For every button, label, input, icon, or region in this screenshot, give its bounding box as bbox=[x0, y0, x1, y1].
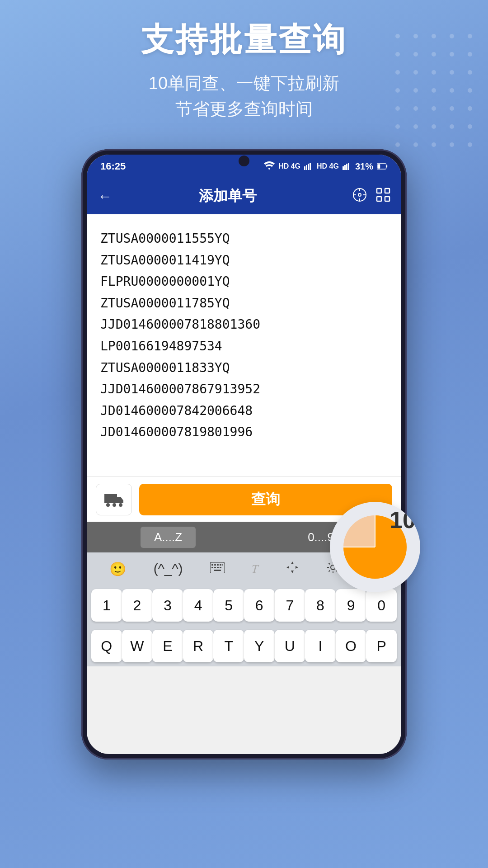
status-time: 16:25 bbox=[100, 160, 126, 172]
key-number-2[interactable]: 2 bbox=[122, 589, 153, 622]
key-number-4[interactable]: 4 bbox=[183, 589, 214, 622]
tracking-number-item: ZTUSA0000011785YQ bbox=[100, 292, 388, 314]
key-letter-I[interactable]: I bbox=[305, 630, 336, 662]
key-number-5[interactable]: 5 bbox=[213, 589, 244, 622]
app-bar-title: 添加单号 bbox=[121, 186, 334, 206]
svg-point-28 bbox=[450, 124, 454, 129]
tracking-number-item: JJD014600007818801360 bbox=[100, 314, 388, 335]
tracking-number-item: FLPRU0000000001YQ bbox=[100, 271, 388, 292]
svg-point-33 bbox=[450, 142, 454, 147]
truck-button[interactable] bbox=[96, 484, 132, 515]
key-number-0[interactable]: 0 bbox=[366, 589, 397, 622]
badge-count: 10 bbox=[389, 506, 416, 533]
key-number-6[interactable]: 6 bbox=[244, 589, 275, 622]
key-letter-U[interactable]: U bbox=[275, 630, 305, 662]
phone-frame: 16:25 HD 4G HD 4G 31% ← 添加单号 bbox=[81, 149, 407, 760]
signal-text: HD 4G bbox=[278, 162, 300, 170]
svg-rect-37 bbox=[306, 165, 307, 170]
svg-point-34 bbox=[468, 142, 472, 147]
key-letter-T[interactable]: T bbox=[213, 630, 244, 662]
svg-point-26 bbox=[413, 124, 418, 129]
svg-marker-75 bbox=[296, 566, 298, 569]
svg-point-31 bbox=[413, 142, 418, 147]
svg-rect-68 bbox=[214, 567, 216, 568]
top-section: 支持批量查询 10单同查、一键下拉刷新 节省更多查询时间 bbox=[0, 18, 488, 122]
svg-point-25 bbox=[395, 124, 400, 129]
key-number-3[interactable]: 3 bbox=[152, 589, 183, 622]
app-bar-actions bbox=[352, 188, 390, 205]
svg-rect-70 bbox=[220, 567, 221, 568]
svg-point-58 bbox=[106, 503, 110, 507]
key-number-1[interactable]: 1 bbox=[91, 589, 122, 622]
tracking-number-item: JD014600007842006648 bbox=[100, 400, 388, 422]
svg-point-53 bbox=[359, 194, 361, 196]
app-bar: ← 添加单号 bbox=[87, 178, 401, 214]
svg-point-32 bbox=[432, 142, 436, 147]
svg-rect-71 bbox=[214, 570, 221, 571]
svg-rect-69 bbox=[217, 567, 219, 568]
svg-point-30 bbox=[395, 142, 400, 147]
svg-rect-39 bbox=[310, 163, 311, 170]
key-letter-Y[interactable]: Y bbox=[244, 630, 275, 662]
svg-rect-54 bbox=[377, 189, 381, 193]
svg-point-60 bbox=[119, 503, 122, 507]
key-letter-R[interactable]: R bbox=[183, 630, 214, 662]
battery-text: 31% bbox=[355, 161, 373, 172]
keyboard-tab-az[interactable]: A....Z bbox=[141, 527, 196, 548]
tracking-number-item: JJD014600007867913952 bbox=[100, 378, 388, 400]
status-right: HD 4G HD 4G 31% bbox=[264, 161, 388, 172]
svg-rect-67 bbox=[211, 567, 213, 568]
key-number-7[interactable]: 7 bbox=[275, 589, 305, 622]
key-letter-O[interactable]: O bbox=[336, 630, 366, 662]
camera-notch bbox=[239, 156, 249, 166]
svg-marker-74 bbox=[286, 566, 289, 569]
move-icon[interactable] bbox=[282, 557, 303, 581]
keyboard-number-row: 1234567890 bbox=[87, 585, 401, 626]
keyboard-letter-row: QWERTYUIOP bbox=[87, 626, 401, 666]
tracking-numbers-area[interactable]: ZTUSA0000011555YQZTUSA0000011419YQFLPRU0… bbox=[87, 214, 401, 476]
svg-rect-56 bbox=[377, 197, 381, 201]
signal-text2: HD 4G bbox=[317, 162, 339, 170]
svg-rect-43 bbox=[348, 163, 349, 170]
svg-rect-38 bbox=[308, 164, 309, 170]
count-badge: 10 bbox=[330, 502, 420, 592]
text-format-icon[interactable]: 𝑇 bbox=[248, 558, 262, 580]
phone-screen: 16:25 HD 4G HD 4G 31% ← 添加单号 bbox=[87, 155, 401, 754]
svg-rect-57 bbox=[385, 197, 389, 201]
back-button[interactable]: ← bbox=[98, 188, 112, 205]
svg-rect-66 bbox=[222, 564, 223, 566]
tracking-number-item: JD014600007819801996 bbox=[100, 421, 388, 443]
key-letter-E[interactable]: E bbox=[152, 630, 183, 662]
emoji-kaomoji[interactable]: (^_^) bbox=[150, 557, 187, 580]
keyboard-icon[interactable] bbox=[206, 557, 228, 580]
emoji-smiley[interactable]: 🙂 bbox=[106, 557, 130, 580]
tracking-number-item: ZTUSA0000011555YQ bbox=[100, 228, 388, 250]
sub-title-line2: 节省更多查询时间 bbox=[175, 99, 313, 118]
svg-rect-46 bbox=[377, 164, 380, 168]
wifi-icon bbox=[264, 161, 275, 172]
key-letter-Q[interactable]: Q bbox=[91, 630, 122, 662]
svg-point-59 bbox=[113, 503, 116, 507]
svg-rect-40 bbox=[343, 166, 344, 170]
svg-rect-45 bbox=[386, 165, 388, 167]
key-number-9[interactable]: 9 bbox=[336, 589, 366, 622]
key-number-8[interactable]: 8 bbox=[305, 589, 336, 622]
key-letter-W[interactable]: W bbox=[122, 630, 153, 662]
phone-mockup: 16:25 HD 4G HD 4G 31% ← 添加单号 bbox=[81, 149, 407, 760]
svg-rect-41 bbox=[344, 165, 346, 170]
svg-marker-72 bbox=[291, 561, 294, 564]
location-icon[interactable] bbox=[352, 188, 367, 205]
svg-rect-64 bbox=[217, 564, 219, 566]
tracking-number-item: ZTUSA0000011833YQ bbox=[100, 357, 388, 379]
scan-icon[interactable] bbox=[376, 188, 390, 205]
tracking-number-item: LP00166194897534 bbox=[100, 335, 388, 357]
svg-rect-63 bbox=[214, 564, 216, 566]
svg-point-27 bbox=[432, 124, 436, 129]
sub-title-line1: 10单同查、一键下拉刷新 bbox=[149, 74, 339, 93]
tracking-number-item: ZTUSA0000011419YQ bbox=[100, 250, 388, 271]
key-letter-P[interactable]: P bbox=[366, 630, 397, 662]
svg-rect-65 bbox=[220, 564, 221, 566]
svg-rect-55 bbox=[385, 189, 389, 193]
main-title: 支持批量查询 bbox=[0, 18, 488, 61]
svg-rect-36 bbox=[304, 166, 305, 170]
